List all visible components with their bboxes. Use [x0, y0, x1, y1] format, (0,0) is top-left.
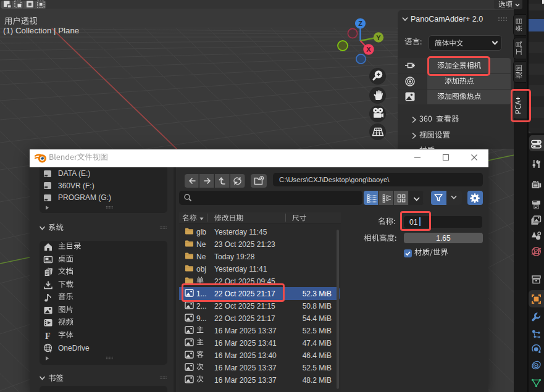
svg-text:F: F: [45, 332, 51, 341]
svg-text:Z: Z: [358, 20, 362, 27]
svg-text:X: X: [366, 46, 371, 53]
svg-text:Y: Y: [376, 34, 381, 41]
